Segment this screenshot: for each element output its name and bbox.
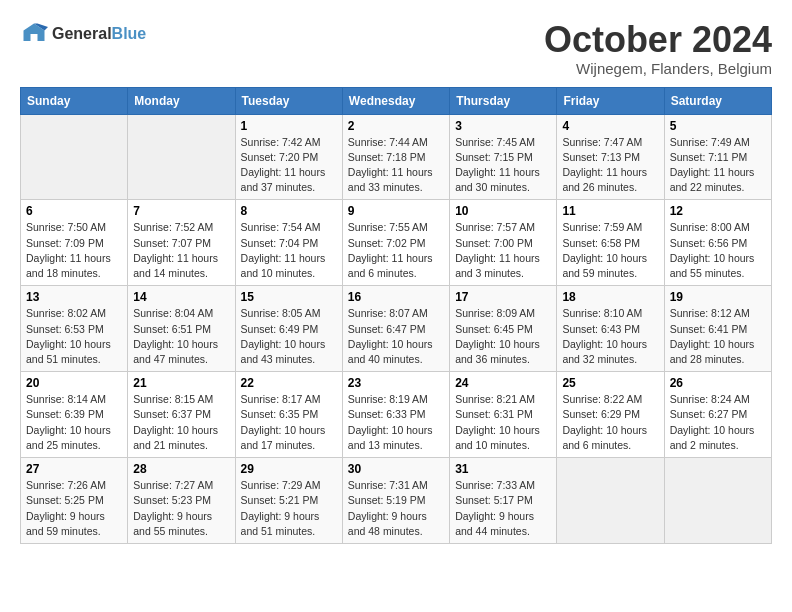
- day-number: 31: [455, 462, 551, 476]
- calendar-cell: 13Sunrise: 8:02 AMSunset: 6:53 PMDayligh…: [21, 286, 128, 372]
- day-number: 6: [26, 204, 122, 218]
- calendar-cell: 14Sunrise: 8:04 AMSunset: 6:51 PMDayligh…: [128, 286, 235, 372]
- day-number: 5: [670, 119, 766, 133]
- cell-content-line: Sunrise: 8:07 AM: [348, 306, 444, 321]
- cell-content-line: Sunset: 6:35 PM: [241, 407, 337, 422]
- calendar-cell: 18Sunrise: 8:10 AMSunset: 6:43 PMDayligh…: [557, 286, 664, 372]
- calendar-cell: 30Sunrise: 7:31 AMSunset: 5:19 PMDayligh…: [342, 458, 449, 544]
- cell-content-line: Sunset: 7:13 PM: [562, 150, 658, 165]
- cell-content-line: Sunset: 7:02 PM: [348, 236, 444, 251]
- calendar-cell: 1Sunrise: 7:42 AMSunset: 7:20 PMDaylight…: [235, 114, 342, 200]
- day-number: 4: [562, 119, 658, 133]
- cell-content-line: Sunset: 7:00 PM: [455, 236, 551, 251]
- day-number: 15: [241, 290, 337, 304]
- cell-content-line: Daylight: 10 hours and 21 minutes.: [133, 423, 229, 453]
- cell-content-line: Daylight: 10 hours and 32 minutes.: [562, 337, 658, 367]
- day-header-saturday: Saturday: [664, 87, 771, 114]
- cell-content-line: Sunset: 6:43 PM: [562, 322, 658, 337]
- cell-content-line: Sunrise: 8:17 AM: [241, 392, 337, 407]
- day-header-monday: Monday: [128, 87, 235, 114]
- week-row-1: 1Sunrise: 7:42 AMSunset: 7:20 PMDaylight…: [21, 114, 772, 200]
- cell-content-line: Sunrise: 7:57 AM: [455, 220, 551, 235]
- day-header-tuesday: Tuesday: [235, 87, 342, 114]
- cell-content-line: Sunset: 7:18 PM: [348, 150, 444, 165]
- cell-content-line: Sunrise: 8:04 AM: [133, 306, 229, 321]
- day-number: 27: [26, 462, 122, 476]
- cell-content-line: Sunset: 6:27 PM: [670, 407, 766, 422]
- cell-content-line: Daylight: 10 hours and 40 minutes.: [348, 337, 444, 367]
- cell-content-line: Sunrise: 8:14 AM: [26, 392, 122, 407]
- day-number: 28: [133, 462, 229, 476]
- cell-content-line: Sunrise: 8:21 AM: [455, 392, 551, 407]
- cell-content-line: Sunset: 5:21 PM: [241, 493, 337, 508]
- cell-content-line: Sunset: 6:29 PM: [562, 407, 658, 422]
- cell-content-line: Sunset: 7:11 PM: [670, 150, 766, 165]
- cell-content-line: Daylight: 9 hours and 44 minutes.: [455, 509, 551, 539]
- cell-content-line: Daylight: 10 hours and 2 minutes.: [670, 423, 766, 453]
- day-number: 23: [348, 376, 444, 390]
- day-number: 9: [348, 204, 444, 218]
- cell-content-line: Sunrise: 8:22 AM: [562, 392, 658, 407]
- calendar-cell: 25Sunrise: 8:22 AMSunset: 6:29 PMDayligh…: [557, 372, 664, 458]
- cell-content-line: Sunrise: 7:33 AM: [455, 478, 551, 493]
- calendar-cell: 16Sunrise: 8:07 AMSunset: 6:47 PMDayligh…: [342, 286, 449, 372]
- day-number: 16: [348, 290, 444, 304]
- calendar-cell: [21, 114, 128, 200]
- cell-content-line: Daylight: 10 hours and 59 minutes.: [562, 251, 658, 281]
- cell-content-line: Sunrise: 7:49 AM: [670, 135, 766, 150]
- cell-content-line: Sunrise: 7:47 AM: [562, 135, 658, 150]
- day-number: 24: [455, 376, 551, 390]
- cell-content-line: Daylight: 10 hours and 28 minutes.: [670, 337, 766, 367]
- cell-content-line: Sunset: 7:15 PM: [455, 150, 551, 165]
- cell-content-line: Daylight: 11 hours and 37 minutes.: [241, 165, 337, 195]
- cell-content-line: Sunset: 6:58 PM: [562, 236, 658, 251]
- day-number: 30: [348, 462, 444, 476]
- day-header-sunday: Sunday: [21, 87, 128, 114]
- cell-content-line: Daylight: 10 hours and 10 minutes.: [455, 423, 551, 453]
- calendar-cell: 3Sunrise: 7:45 AMSunset: 7:15 PMDaylight…: [450, 114, 557, 200]
- cell-content-line: Sunrise: 7:45 AM: [455, 135, 551, 150]
- cell-content-line: Sunrise: 7:44 AM: [348, 135, 444, 150]
- week-row-5: 27Sunrise: 7:26 AMSunset: 5:25 PMDayligh…: [21, 458, 772, 544]
- cell-content-line: Sunset: 7:20 PM: [241, 150, 337, 165]
- day-number: 14: [133, 290, 229, 304]
- cell-content-line: Sunrise: 7:54 AM: [241, 220, 337, 235]
- day-number: 19: [670, 290, 766, 304]
- calendar-cell: 8Sunrise: 7:54 AMSunset: 7:04 PMDaylight…: [235, 200, 342, 286]
- cell-content-line: Sunrise: 7:55 AM: [348, 220, 444, 235]
- cell-content-line: Daylight: 9 hours and 55 minutes.: [133, 509, 229, 539]
- calendar-header: SundayMondayTuesdayWednesdayThursdayFrid…: [21, 87, 772, 114]
- cell-content-line: Sunset: 6:41 PM: [670, 322, 766, 337]
- week-row-3: 13Sunrise: 8:02 AMSunset: 6:53 PMDayligh…: [21, 286, 772, 372]
- calendar-cell: 4Sunrise: 7:47 AMSunset: 7:13 PMDaylight…: [557, 114, 664, 200]
- cell-content-line: Sunset: 6:56 PM: [670, 236, 766, 251]
- calendar-cell: 7Sunrise: 7:52 AMSunset: 7:07 PMDaylight…: [128, 200, 235, 286]
- month-title: October 2024: [544, 20, 772, 60]
- day-header-friday: Friday: [557, 87, 664, 114]
- calendar-cell: 21Sunrise: 8:15 AMSunset: 6:37 PMDayligh…: [128, 372, 235, 458]
- cell-content-line: Sunset: 6:53 PM: [26, 322, 122, 337]
- cell-content-line: Sunset: 5:25 PM: [26, 493, 122, 508]
- cell-content-line: Daylight: 11 hours and 18 minutes.: [26, 251, 122, 281]
- day-number: 20: [26, 376, 122, 390]
- cell-content-line: Sunset: 6:31 PM: [455, 407, 551, 422]
- calendar-cell: 22Sunrise: 8:17 AMSunset: 6:35 PMDayligh…: [235, 372, 342, 458]
- calendar-cell: [128, 114, 235, 200]
- location: Wijnegem, Flanders, Belgium: [544, 60, 772, 77]
- cell-content-line: Sunset: 7:04 PM: [241, 236, 337, 251]
- page-header: GeneralBlue October 2024 Wijnegem, Fland…: [20, 20, 772, 77]
- calendar-cell: 27Sunrise: 7:26 AMSunset: 5:25 PMDayligh…: [21, 458, 128, 544]
- cell-content-line: Sunset: 5:17 PM: [455, 493, 551, 508]
- day-number: 7: [133, 204, 229, 218]
- calendar-cell: 26Sunrise: 8:24 AMSunset: 6:27 PMDayligh…: [664, 372, 771, 458]
- cell-content-line: Daylight: 11 hours and 6 minutes.: [348, 251, 444, 281]
- cell-content-line: Sunset: 6:33 PM: [348, 407, 444, 422]
- cell-content-line: Daylight: 10 hours and 25 minutes.: [26, 423, 122, 453]
- cell-content-line: Daylight: 10 hours and 43 minutes.: [241, 337, 337, 367]
- cell-content-line: Sunrise: 7:26 AM: [26, 478, 122, 493]
- day-number: 13: [26, 290, 122, 304]
- calendar-cell: 28Sunrise: 7:27 AMSunset: 5:23 PMDayligh…: [128, 458, 235, 544]
- day-number: 22: [241, 376, 337, 390]
- cell-content-line: Daylight: 10 hours and 13 minutes.: [348, 423, 444, 453]
- calendar-cell: 31Sunrise: 7:33 AMSunset: 5:17 PMDayligh…: [450, 458, 557, 544]
